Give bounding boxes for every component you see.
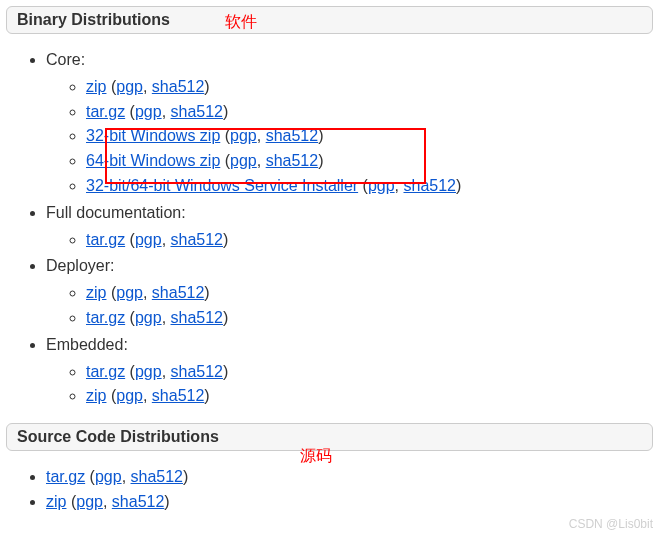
- pgp-link[interactable]: pgp: [116, 78, 143, 95]
- pgp-link[interactable]: pgp: [95, 468, 122, 485]
- watermark: CSDN @Lis0bit: [569, 517, 653, 531]
- list-item: tar.gz (pgp, sha512): [86, 228, 653, 253]
- core-sublist: zip (pgp, sha512) tar.gz (pgp, sha512) 3…: [46, 75, 653, 199]
- list-item: zip (pgp, sha512): [86, 384, 653, 409]
- download-link[interactable]: zip: [46, 493, 66, 510]
- list-item: 64-bit Windows zip (pgp, sha512): [86, 149, 653, 174]
- sha-link[interactable]: sha512: [131, 468, 184, 485]
- fulldoc-label: Full documentation:: [46, 204, 186, 221]
- pgp-link[interactable]: pgp: [230, 127, 257, 144]
- pgp-link[interactable]: pgp: [135, 103, 162, 120]
- pgp-link[interactable]: pgp: [368, 177, 395, 194]
- sha-link[interactable]: sha512: [152, 284, 205, 301]
- list-item: zip (pgp, sha512): [86, 281, 653, 306]
- pgp-link[interactable]: pgp: [230, 152, 257, 169]
- list-item: 32-bit Windows zip (pgp, sha512): [86, 124, 653, 149]
- sha-link[interactable]: sha512: [152, 387, 205, 404]
- sha-link[interactable]: sha512: [171, 103, 224, 120]
- download-link[interactable]: zip: [86, 78, 106, 95]
- fulldoc-category: Full documentation: tar.gz (pgp, sha512): [46, 201, 653, 253]
- download-link[interactable]: zip: [86, 387, 106, 404]
- deployer-sublist: zip (pgp, sha512) tar.gz (pgp, sha512): [46, 281, 653, 331]
- pgp-link[interactable]: pgp: [76, 493, 103, 510]
- pgp-link[interactable]: pgp: [135, 363, 162, 380]
- pgp-link[interactable]: pgp: [116, 387, 143, 404]
- core-category: Core: zip (pgp, sha512) tar.gz (pgp, sha…: [46, 48, 653, 199]
- pgp-link[interactable]: pgp: [116, 284, 143, 301]
- core-label: Core:: [46, 51, 85, 68]
- deployer-label: Deployer:: [46, 257, 114, 274]
- sha-link[interactable]: sha512: [112, 493, 165, 510]
- download-link[interactable]: tar.gz: [86, 103, 125, 120]
- sha-link[interactable]: sha512: [266, 152, 319, 169]
- binary-distributions-header: Binary Distributions: [6, 6, 653, 34]
- sha-link[interactable]: sha512: [266, 127, 319, 144]
- list-item: tar.gz (pgp, sha512): [86, 360, 653, 385]
- sha-link[interactable]: sha512: [403, 177, 456, 194]
- download-link[interactable]: 64-bit Windows zip: [86, 152, 220, 169]
- list-item: zip (pgp, sha512): [86, 75, 653, 100]
- sha-link[interactable]: sha512: [171, 309, 224, 326]
- list-item: tar.gz (pgp, sha512): [46, 465, 653, 490]
- fulldoc-sublist: tar.gz (pgp, sha512): [46, 228, 653, 253]
- list-item: tar.gz (pgp, sha512): [86, 100, 653, 125]
- download-link[interactable]: 32-bit Windows zip: [86, 127, 220, 144]
- list-item: tar.gz (pgp, sha512): [86, 306, 653, 331]
- embedded-category: Embedded: tar.gz (pgp, sha512) zip (pgp,…: [46, 333, 653, 409]
- download-link[interactable]: zip: [86, 284, 106, 301]
- list-item: 32-bit/64-bit Windows Service Installer …: [86, 174, 653, 199]
- embedded-sublist: tar.gz (pgp, sha512) zip (pgp, sha512): [46, 360, 653, 410]
- pgp-link[interactable]: pgp: [135, 309, 162, 326]
- pgp-link[interactable]: pgp: [135, 231, 162, 248]
- annotation-software: 软件: [225, 12, 257, 33]
- embedded-label: Embedded:: [46, 336, 128, 353]
- download-link[interactable]: 32-bit/64-bit Windows Service Installer: [86, 177, 358, 194]
- download-link[interactable]: tar.gz: [86, 363, 125, 380]
- deployer-category: Deployer: zip (pgp, sha512) tar.gz (pgp,…: [46, 254, 653, 330]
- binary-list: Core: zip (pgp, sha512) tar.gz (pgp, sha…: [6, 48, 653, 409]
- list-item: zip (pgp, sha512): [46, 490, 653, 515]
- download-link[interactable]: tar.gz: [46, 468, 85, 485]
- sha-link[interactable]: sha512: [171, 231, 224, 248]
- sha-link[interactable]: sha512: [171, 363, 224, 380]
- sha-link[interactable]: sha512: [152, 78, 205, 95]
- annotation-source: 源码: [300, 446, 332, 467]
- download-link[interactable]: tar.gz: [86, 231, 125, 248]
- download-link[interactable]: tar.gz: [86, 309, 125, 326]
- source-list: tar.gz (pgp, sha512) zip (pgp, sha512): [6, 465, 653, 515]
